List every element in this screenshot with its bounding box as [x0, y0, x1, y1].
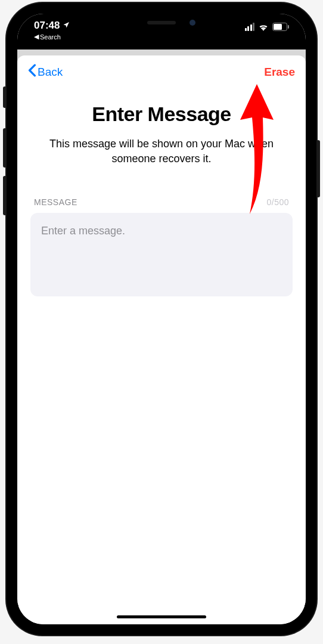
modal-sheet: Back Erase Enter Message This message wi… — [17, 55, 306, 624]
phone-frame: 07:48 ◀ Search — [7, 3, 316, 635]
volume-up-button — [3, 128, 7, 168]
signal-icon — [245, 23, 255, 31]
status-time: 07:48 — [34, 20, 70, 32]
volume-down-button — [3, 176, 7, 215]
erase-button[interactable]: Erase — [264, 66, 295, 79]
svg-rect-2 — [288, 25, 289, 29]
battery-icon — [272, 23, 289, 31]
content-header: Enter Message This message will be shown… — [17, 88, 306, 166]
back-button[interactable]: Back — [28, 64, 63, 80]
power-button — [316, 140, 320, 197]
chevron-left-icon — [28, 64, 36, 80]
message-input[interactable] — [30, 213, 293, 296]
time-label: 07:48 — [34, 20, 60, 32]
mute-switch — [3, 86, 7, 108]
char-counter: 0/500 — [266, 197, 289, 207]
breadcrumb-search[interactable]: ◀ Search — [34, 33, 61, 41]
breadcrumb-label: Search — [40, 33, 61, 41]
chevron-left-icon: ◀ — [34, 33, 39, 41]
nav-bar: Back Erase — [17, 55, 306, 88]
message-label: MESSAGE — [34, 197, 77, 207]
screen: 07:48 ◀ Search — [17, 14, 306, 624]
home-indicator[interactable] — [117, 615, 206, 618]
notch — [99, 14, 224, 32]
location-icon — [63, 20, 70, 32]
wifi-icon — [258, 23, 269, 31]
back-label: Back — [38, 66, 63, 79]
message-form: MESSAGE 0/500 — [17, 166, 306, 299]
page-subtitle: This message will be shown on your Mac w… — [30, 137, 293, 166]
page-title: Enter Message — [30, 103, 293, 126]
svg-rect-1 — [274, 24, 282, 30]
